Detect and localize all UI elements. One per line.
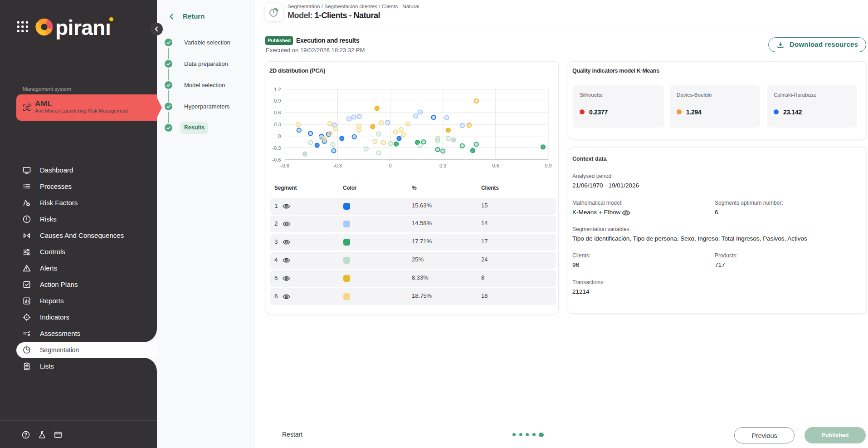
svg-text:-0.6: -0.6 bbox=[281, 163, 289, 168]
svg-text:0.3: 0.3 bbox=[439, 163, 446, 168]
svg-text:0.6: 0.6 bbox=[274, 110, 281, 115]
svg-text:1.2: 1.2 bbox=[274, 87, 281, 92]
svg-text:0: 0 bbox=[389, 163, 392, 168]
svg-text:-0.3: -0.3 bbox=[272, 145, 281, 151]
svg-text:0.9: 0.9 bbox=[545, 163, 551, 168]
svg-text:0: 0 bbox=[278, 133, 281, 139]
svg-text:-0.3: -0.3 bbox=[333, 163, 342, 168]
svg-text:0.9: 0.9 bbox=[274, 98, 281, 103]
svg-text:-0.6: -0.6 bbox=[272, 157, 281, 162]
svg-text:0.6: 0.6 bbox=[492, 163, 499, 168]
svg-text:0.3: 0.3 bbox=[274, 122, 281, 127]
